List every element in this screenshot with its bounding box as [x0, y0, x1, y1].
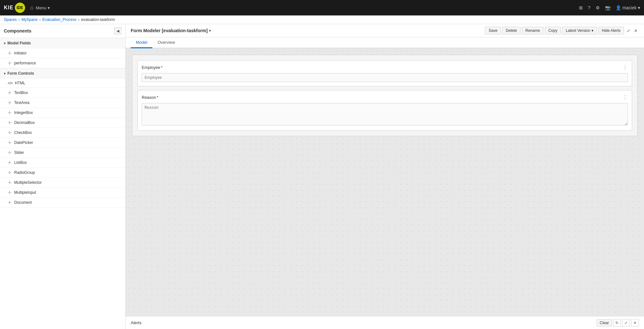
- breadcrumb-evaluation-process[interactable]: Evaluation_Process: [42, 17, 76, 22]
- model-field-performance[interactable]: ✛ performance: [0, 58, 125, 68]
- copy-button[interactable]: Copy: [545, 27, 561, 34]
- form-modeler-dropdown-arrow[interactable]: ▾: [209, 29, 211, 33]
- camera-icon[interactable]: 📷: [605, 5, 611, 10]
- canvas-form: Employee* ⋮ Reason* ⋮: [132, 55, 638, 136]
- breadcrumb-sep3: »: [78, 17, 80, 22]
- drag-icon: ✛: [8, 130, 12, 135]
- form-control-label: MultipleSelector: [14, 180, 42, 185]
- form-control-integerbox[interactable]: ✛ IntegerBox: [0, 108, 125, 118]
- model-fields-arrow: ▾: [4, 42, 5, 45]
- user-menu[interactable]: 👤 maciek ▾: [616, 5, 640, 10]
- drag-icon: ✛: [8, 190, 12, 195]
- model-fields-label: Model Fields: [7, 41, 31, 45]
- model-field-initiator[interactable]: ✛ initiator: [0, 48, 125, 58]
- form-control-label: TextBox: [14, 90, 28, 95]
- alerts-close-button[interactable]: ✕: [631, 319, 639, 327]
- breadcrumb-sep2: »: [39, 17, 41, 22]
- content-area: Form Modeler [evaluation-taskform] ▾ Sav…: [126, 24, 644, 329]
- tab-model[interactable]: Model: [131, 37, 152, 48]
- home-icon[interactable]: ⌂: [30, 5, 33, 11]
- kie-logo: KIE IDE: [4, 3, 25, 13]
- drag-icon: ✛: [8, 160, 12, 165]
- sidebar-title: Components: [4, 28, 32, 33]
- html-icon: </>: [8, 81, 12, 85]
- canvas-field-employee-header: Employee* ⋮: [142, 64, 628, 70]
- sidebar-header: Components ◀: [0, 24, 125, 38]
- user-dropdown-arrow: ▾: [638, 5, 640, 10]
- form-control-html[interactable]: </> HTML: [0, 79, 125, 88]
- drag-icon: ✛: [8, 120, 12, 125]
- menu-button[interactable]: Menu ▾: [36, 5, 50, 10]
- drag-icon: ✛: [8, 51, 12, 56]
- form-controls-arrow: ▾: [4, 72, 5, 75]
- model-field-label: performance: [14, 61, 36, 65]
- form-control-checkbox[interactable]: ✛ CheckBox: [0, 128, 125, 138]
- form-controls-header[interactable]: ▾ Form Controls: [0, 68, 125, 79]
- form-controls-section: ▾ Form Controls </> HTML ✛ TextBox ✛ Tex…: [0, 68, 125, 208]
- form-control-multipleinput[interactable]: ✛ MultipleInput: [0, 188, 125, 198]
- close-button[interactable]: ✕: [633, 27, 639, 34]
- form-modeler-title: Form Modeler [evaluation-taskform] ▾: [131, 28, 211, 33]
- menu-arrow: ▾: [48, 5, 50, 10]
- reason-textarea[interactable]: [142, 103, 628, 126]
- form-control-radiogroup[interactable]: ✛ RadioGroup: [0, 168, 125, 178]
- alerts-clear-button[interactable]: Clear: [597, 319, 612, 326]
- model-fields-header[interactable]: ▾ Model Fields: [0, 38, 125, 48]
- grid-icon[interactable]: ⊞: [579, 5, 583, 10]
- settings-icon[interactable]: ⚙: [596, 5, 600, 10]
- nav-right-icons: ⊞ ? ⚙ 📷 👤 maciek ▾: [579, 5, 640, 10]
- rename-button[interactable]: Rename: [522, 27, 544, 34]
- alerts-bar: Alerts Clear ↻ ⤢ ✕: [126, 316, 644, 329]
- form-control-label: ListBox: [14, 160, 27, 165]
- form-controls-list: </> HTML ✛ TextBox ✛ TextArea ✛ IntegerB…: [0, 79, 125, 208]
- form-control-textarea[interactable]: ✛ TextArea: [0, 98, 125, 108]
- drag-icon: ✛: [8, 140, 12, 145]
- sidebar-collapse-button[interactable]: ◀: [114, 27, 121, 34]
- form-control-document[interactable]: ✛ Document: [0, 198, 125, 208]
- canvas-field-employee: Employee* ⋮: [137, 60, 632, 86]
- form-canvas[interactable]: Employee* ⋮ Reason* ⋮: [126, 48, 644, 316]
- form-controls-label: Form Controls: [7, 71, 34, 76]
- drag-icon: ✛: [8, 100, 12, 105]
- help-icon[interactable]: ?: [588, 5, 591, 10]
- drag-icon: ✛: [8, 110, 12, 115]
- model-field-label: initiator: [14, 51, 27, 55]
- canvas-field-reason-menu[interactable]: ⋮: [622, 94, 628, 100]
- sidebar: ℹ ✎ Components ◀ ▾ Model Fields ✛ initia…: [0, 24, 126, 329]
- save-button[interactable]: Save: [485, 27, 501, 34]
- alerts-actions: Clear ↻ ⤢ ✕: [597, 319, 639, 327]
- version-dropdown-arrow: ▾: [592, 28, 593, 33]
- menu-label: Menu: [36, 5, 46, 10]
- model-fields-section: ▾ Model Fields ✛ initiator ✛ performance: [0, 38, 125, 68]
- latest-version-button[interactable]: Latest Version ▾: [562, 27, 597, 34]
- tab-overview[interactable]: Overview: [152, 37, 180, 48]
- main-layout: ℹ ✎ Components ◀ ▾ Model Fields ✛ initia…: [0, 24, 644, 329]
- breadcrumb-myspace[interactable]: MySpace: [22, 17, 38, 22]
- drag-icon: ✛: [8, 90, 12, 95]
- expand-button[interactable]: ⤢: [625, 27, 631, 34]
- form-control-multipleselector[interactable]: ✛ MultipleSelector: [0, 178, 125, 188]
- drag-icon: ✛: [8, 61, 12, 66]
- canvas-field-employee-menu[interactable]: ⋮: [622, 64, 628, 70]
- alerts-expand-button[interactable]: ⤢: [622, 319, 630, 327]
- delete-button[interactable]: Delete: [502, 27, 521, 34]
- user-icon: 👤: [616, 5, 621, 10]
- breadcrumb-sep1: »: [18, 17, 20, 22]
- form-modeler-title-text: Form Modeler [evaluation-taskform]: [131, 28, 208, 33]
- drag-icon: ✛: [8, 200, 12, 205]
- employee-input[interactable]: [142, 73, 628, 82]
- form-control-datepicker[interactable]: ✛ DatePicker: [0, 138, 125, 148]
- breadcrumb-spaces[interactable]: Spaces: [4, 17, 17, 22]
- canvas-field-reason: Reason* ⋮: [137, 90, 632, 131]
- form-tabs: Model Overview: [126, 37, 644, 48]
- alerts-refresh-button[interactable]: ↻: [613, 319, 621, 327]
- form-control-label: IntegerBox: [14, 110, 33, 115]
- form-control-listbox[interactable]: ✛ ListBox: [0, 158, 125, 168]
- form-control-label: DecimalBox: [14, 120, 35, 125]
- hide-alerts-button[interactable]: Hide Alerts: [598, 27, 624, 34]
- form-control-textbox[interactable]: ✛ TextBox: [0, 88, 125, 98]
- form-control-slider[interactable]: ✛ Slider: [0, 148, 125, 158]
- canvas-field-reason-label: Reason*: [142, 95, 158, 100]
- drag-icon: ✛: [8, 150, 12, 155]
- form-control-decimalbox[interactable]: ✛ DecimalBox: [0, 118, 125, 128]
